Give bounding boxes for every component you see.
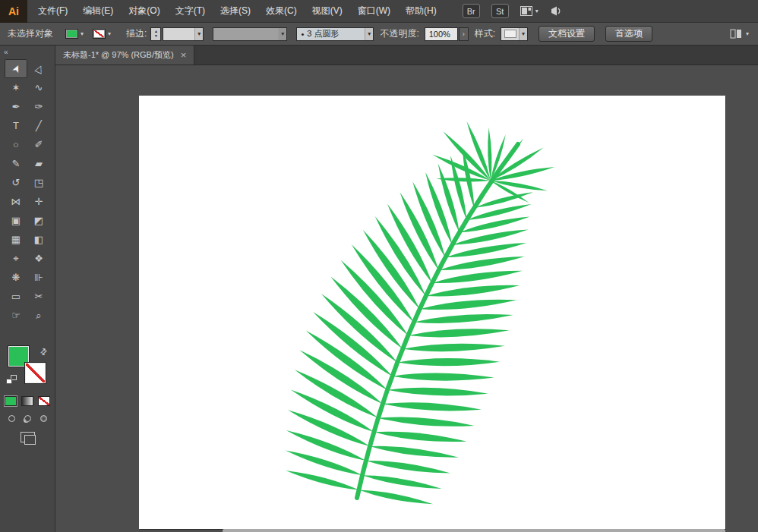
gradient-button[interactable]	[21, 396, 33, 406]
swap-fill-stroke-icon[interactable]: ⇄	[38, 346, 50, 358]
canvas[interactable]	[55, 65, 758, 532]
collapse-panel-icon[interactable]: «	[4, 48, 8, 56]
draw-behind-button[interactable]	[21, 413, 33, 423]
symbol-sprayer-tool[interactable]: ❋	[5, 268, 27, 287]
horizontal-scrollbar-thumb[interactable]	[223, 529, 725, 532]
document-setup-button[interactable]: 文档设置	[538, 26, 595, 42]
menu-item[interactable]: 文件(F)	[30, 0, 75, 22]
selection-tool-icon: ➤	[10, 63, 22, 74]
width-profile-dropdown[interactable]: ▾	[213, 27, 287, 41]
fill-stroke-widget: ⇄	[0, 346, 55, 390]
style-dropdown[interactable]: ▾	[501, 27, 528, 41]
artboard-tool-icon: ▭	[11, 291, 21, 301]
stroke-weight-label: 描边:	[126, 27, 147, 40]
main-menu: 文件(F)编辑(E)对象(O)文字(T)选择(S)效果(C)视图(V)窗口(W)…	[30, 0, 444, 22]
zoom-tool[interactable]: ⌕	[27, 306, 50, 325]
menu-item[interactable]: 对象(O)	[121, 0, 167, 22]
pencil-tool[interactable]: ✎	[5, 154, 27, 173]
arrange-documents-dropdown[interactable]: ▾	[730, 29, 749, 39]
drawing-mode-buttons	[0, 413, 55, 423]
stroke-weight-dropdown[interactable]: ▾	[163, 27, 204, 41]
width-tool[interactable]: ⋈	[5, 192, 27, 211]
chevron-down-icon: ▾	[746, 31, 749, 37]
draw-behind-icon	[24, 415, 31, 422]
brush-definition-dropdown[interactable]: • 3 点圆形 ▾	[296, 27, 374, 41]
menu-item[interactable]: 编辑(E)	[75, 0, 121, 22]
blend-tool[interactable]: ❖	[27, 249, 50, 268]
menu-item[interactable]: 文字(T)	[168, 0, 213, 22]
draw-inside-button[interactable]	[37, 413, 49, 423]
eyedropper-tool[interactable]: ⌖	[5, 249, 27, 268]
app-logo[interactable]: Ai	[0, 0, 27, 23]
eraser-tool[interactable]: ▰	[27, 154, 50, 173]
document-tab-title: 未标题-1* @ 97% (RGB/预览)	[63, 49, 174, 61]
pencil-tool-icon: ✎	[12, 159, 21, 168]
hand-tool[interactable]: ☞	[5, 306, 27, 325]
eyedropper-tool-icon: ⌖	[13, 253, 18, 263]
selection-tool[interactable]: ➤	[5, 59, 27, 78]
style-swatch-icon	[504, 30, 516, 38]
draw-normal-button[interactable]	[5, 413, 17, 423]
chevron-down-icon: ▾	[278, 28, 286, 40]
tab-close-icon[interactable]: ×	[181, 50, 187, 60]
pen-tool-icon: ✒	[12, 102, 21, 112]
gradient-tool[interactable]: ◧	[27, 230, 50, 249]
menu-item[interactable]: 视图(V)	[305, 0, 350, 22]
column-graph-tool[interactable]: ⊪	[27, 268, 50, 287]
screen-mode-button[interactable]	[21, 432, 35, 442]
lasso-tool[interactable]: ∿	[27, 78, 50, 97]
workspace-icon	[520, 6, 532, 16]
direct-selection-tool[interactable]: ▷	[27, 59, 50, 78]
none-button[interactable]	[38, 396, 50, 406]
shape-builder-tool[interactable]: ▣	[5, 211, 27, 230]
workspace-switcher[interactable]: ▾	[520, 6, 538, 16]
type-tool-icon: T	[13, 121, 19, 131]
chevron-down-icon: ▾	[81, 31, 84, 37]
preferences-button[interactable]: 首选项	[605, 26, 652, 42]
palm-leaf-artwork[interactable]	[139, 96, 725, 529]
document-tab[interactable]: 未标题-1* @ 97% (RGB/预览) ×	[55, 46, 194, 65]
chevron-down-icon: ▾	[108, 31, 111, 37]
opacity-label: 不透明度:	[380, 27, 418, 40]
stroke-weight-stepper[interactable]: ▲ ▼	[150, 27, 161, 41]
bridge-icon[interactable]: Br	[463, 4, 480, 18]
rotate-tool-icon: ↺	[12, 178, 21, 187]
stroke-color-dropdown[interactable]: ▾	[93, 29, 111, 39]
brush-definition-value: • 3 点圆形	[297, 28, 339, 39]
menu-item[interactable]: 帮助(H)	[398, 0, 444, 22]
menu-item[interactable]: 效果(C)	[258, 0, 305, 22]
opacity-field[interactable]: 100%	[425, 27, 458, 41]
default-fill-stroke-icon[interactable]	[6, 375, 17, 384]
pen-tool[interactable]: ✒	[5, 97, 27, 116]
line-segment-tool[interactable]: ╱	[27, 116, 50, 135]
mesh-tool[interactable]: ▦	[5, 230, 27, 249]
color-button[interactable]	[5, 396, 17, 406]
perspective-grid-tool[interactable]: ◩	[27, 211, 50, 230]
menu-item[interactable]: 窗口(W)	[350, 0, 398, 22]
fill-color-dropdown[interactable]: ▾	[65, 29, 84, 39]
curvature-tool[interactable]: ✑	[27, 97, 50, 116]
free-transform-tool[interactable]: ✛	[27, 192, 50, 211]
magic-wand-tool[interactable]: ✶	[5, 78, 27, 97]
lasso-tool-icon: ∿	[35, 83, 43, 93]
opacity-spinner[interactable]: ›	[459, 27, 469, 41]
menubar-right-icons: Br St ▾	[463, 4, 563, 18]
menu-item[interactable]: 选择(S)	[213, 0, 258, 22]
slice-tool[interactable]: ✂	[27, 287, 50, 306]
rotate-tool[interactable]: ↺	[5, 173, 27, 192]
stroke-color-control[interactable]	[25, 363, 46, 383]
curvature-tool-icon: ✑	[35, 102, 43, 112]
stepper-down-icon[interactable]: ▼	[154, 34, 158, 38]
scale-tool[interactable]: ◳	[27, 173, 50, 192]
magic-wand-tool-icon: ✶	[12, 83, 21, 93]
shape-builder-tool-icon: ▣	[11, 216, 21, 225]
ellipse-tool[interactable]: ○	[5, 135, 27, 154]
paintbrush-tool[interactable]: ✐	[27, 135, 50, 154]
artboard[interactable]	[139, 96, 725, 529]
artboard-tool[interactable]: ▭	[5, 287, 27, 306]
stock-icon[interactable]: St	[491, 4, 509, 18]
document-tab-bar: 未标题-1* @ 97% (RGB/预览) ×	[55, 46, 758, 65]
type-tool[interactable]: T	[5, 116, 27, 135]
tools-panel: « ➤▷✶∿✒✑T╱○✐✎▰↺◳⋈✛▣◩▦◧⌖❖❋⊪▭✂☞⌕ ⇄	[0, 46, 55, 532]
share-icon[interactable]	[550, 5, 563, 17]
